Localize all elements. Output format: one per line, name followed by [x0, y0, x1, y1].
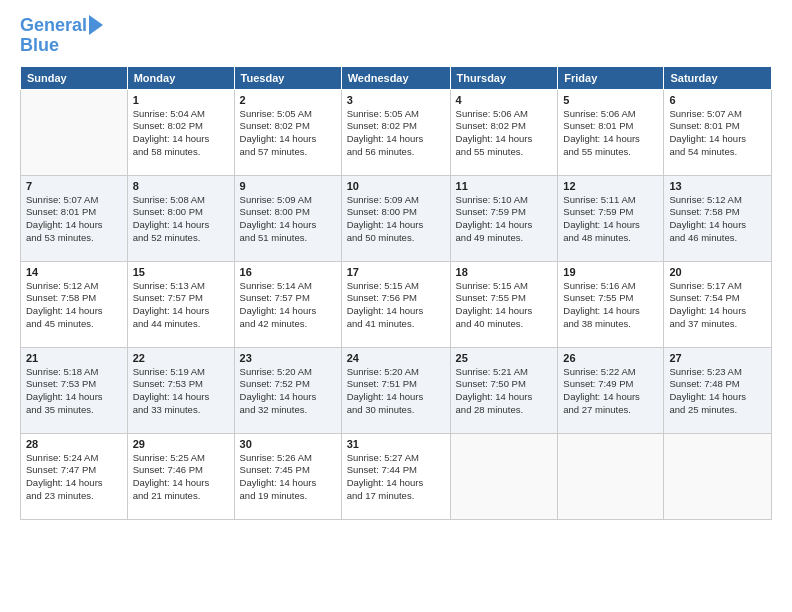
calendar-cell: 20Sunrise: 5:17 AM Sunset: 7:54 PM Dayli… — [664, 261, 772, 347]
day-number: 16 — [240, 266, 336, 278]
calendar-cell: 5Sunrise: 5:06 AM Sunset: 8:01 PM Daylig… — [558, 89, 664, 175]
calendar-week-row: 7Sunrise: 5:07 AM Sunset: 8:01 PM Daylig… — [21, 175, 772, 261]
calendar-cell: 24Sunrise: 5:20 AM Sunset: 7:51 PM Dayli… — [341, 347, 450, 433]
calendar-cell: 16Sunrise: 5:14 AM Sunset: 7:57 PM Dayli… — [234, 261, 341, 347]
day-info: Sunrise: 5:15 AM Sunset: 7:56 PM Dayligh… — [347, 280, 445, 331]
day-number: 11 — [456, 180, 553, 192]
calendar-header-sunday: Sunday — [21, 66, 128, 89]
calendar-cell: 18Sunrise: 5:15 AM Sunset: 7:55 PM Dayli… — [450, 261, 558, 347]
day-number: 21 — [26, 352, 122, 364]
calendar-cell: 17Sunrise: 5:15 AM Sunset: 7:56 PM Dayli… — [341, 261, 450, 347]
calendar: SundayMondayTuesdayWednesdayThursdayFrid… — [20, 66, 772, 520]
logo-arrow-icon — [89, 15, 103, 35]
calendar-cell: 14Sunrise: 5:12 AM Sunset: 7:58 PM Dayli… — [21, 261, 128, 347]
calendar-cell: 15Sunrise: 5:13 AM Sunset: 7:57 PM Dayli… — [127, 261, 234, 347]
day-info: Sunrise: 5:20 AM Sunset: 7:52 PM Dayligh… — [240, 366, 336, 417]
calendar-cell: 29Sunrise: 5:25 AM Sunset: 7:46 PM Dayli… — [127, 433, 234, 519]
day-info: Sunrise: 5:17 AM Sunset: 7:54 PM Dayligh… — [669, 280, 766, 331]
day-number: 9 — [240, 180, 336, 192]
calendar-cell — [664, 433, 772, 519]
calendar-header-tuesday: Tuesday — [234, 66, 341, 89]
calendar-cell: 8Sunrise: 5:08 AM Sunset: 8:00 PM Daylig… — [127, 175, 234, 261]
day-number: 19 — [563, 266, 658, 278]
calendar-cell: 1Sunrise: 5:04 AM Sunset: 8:02 PM Daylig… — [127, 89, 234, 175]
day-number: 30 — [240, 438, 336, 450]
day-number: 15 — [133, 266, 229, 278]
calendar-header-wednesday: Wednesday — [341, 66, 450, 89]
day-number: 7 — [26, 180, 122, 192]
calendar-week-row: 28Sunrise: 5:24 AM Sunset: 7:47 PM Dayli… — [21, 433, 772, 519]
day-number: 12 — [563, 180, 658, 192]
calendar-cell: 10Sunrise: 5:09 AM Sunset: 8:00 PM Dayli… — [341, 175, 450, 261]
day-number: 26 — [563, 352, 658, 364]
calendar-cell: 30Sunrise: 5:26 AM Sunset: 7:45 PM Dayli… — [234, 433, 341, 519]
day-info: Sunrise: 5:16 AM Sunset: 7:55 PM Dayligh… — [563, 280, 658, 331]
day-info: Sunrise: 5:07 AM Sunset: 8:01 PM Dayligh… — [26, 194, 122, 245]
calendar-cell — [21, 89, 128, 175]
calendar-cell: 22Sunrise: 5:19 AM Sunset: 7:53 PM Dayli… — [127, 347, 234, 433]
calendar-header-row: SundayMondayTuesdayWednesdayThursdayFrid… — [21, 66, 772, 89]
day-info: Sunrise: 5:08 AM Sunset: 8:00 PM Dayligh… — [133, 194, 229, 245]
day-number: 8 — [133, 180, 229, 192]
day-number: 29 — [133, 438, 229, 450]
day-info: Sunrise: 5:14 AM Sunset: 7:57 PM Dayligh… — [240, 280, 336, 331]
day-info: Sunrise: 5:06 AM Sunset: 8:02 PM Dayligh… — [456, 108, 553, 159]
day-info: Sunrise: 5:05 AM Sunset: 8:02 PM Dayligh… — [240, 108, 336, 159]
day-number: 27 — [669, 352, 766, 364]
calendar-cell: 31Sunrise: 5:27 AM Sunset: 7:44 PM Dayli… — [341, 433, 450, 519]
day-number: 25 — [456, 352, 553, 364]
day-number: 18 — [456, 266, 553, 278]
day-info: Sunrise: 5:12 AM Sunset: 7:58 PM Dayligh… — [669, 194, 766, 245]
calendar-cell: 28Sunrise: 5:24 AM Sunset: 7:47 PM Dayli… — [21, 433, 128, 519]
day-number: 28 — [26, 438, 122, 450]
calendar-week-row: 14Sunrise: 5:12 AM Sunset: 7:58 PM Dayli… — [21, 261, 772, 347]
calendar-week-row: 1Sunrise: 5:04 AM Sunset: 8:02 PM Daylig… — [21, 89, 772, 175]
calendar-cell: 26Sunrise: 5:22 AM Sunset: 7:49 PM Dayli… — [558, 347, 664, 433]
calendar-cell: 27Sunrise: 5:23 AM Sunset: 7:48 PM Dayli… — [664, 347, 772, 433]
day-info: Sunrise: 5:05 AM Sunset: 8:02 PM Dayligh… — [347, 108, 445, 159]
calendar-cell: 19Sunrise: 5:16 AM Sunset: 7:55 PM Dayli… — [558, 261, 664, 347]
day-number: 24 — [347, 352, 445, 364]
day-info: Sunrise: 5:07 AM Sunset: 8:01 PM Dayligh… — [669, 108, 766, 159]
day-info: Sunrise: 5:18 AM Sunset: 7:53 PM Dayligh… — [26, 366, 122, 417]
day-number: 4 — [456, 94, 553, 106]
calendar-cell: 11Sunrise: 5:10 AM Sunset: 7:59 PM Dayli… — [450, 175, 558, 261]
day-number: 13 — [669, 180, 766, 192]
calendar-week-row: 21Sunrise: 5:18 AM Sunset: 7:53 PM Dayli… — [21, 347, 772, 433]
calendar-cell: 7Sunrise: 5:07 AM Sunset: 8:01 PM Daylig… — [21, 175, 128, 261]
day-info: Sunrise: 5:23 AM Sunset: 7:48 PM Dayligh… — [669, 366, 766, 417]
day-number: 10 — [347, 180, 445, 192]
day-number: 5 — [563, 94, 658, 106]
day-info: Sunrise: 5:04 AM Sunset: 8:02 PM Dayligh… — [133, 108, 229, 159]
logo-text-line2: Blue — [20, 36, 59, 56]
calendar-cell: 4Sunrise: 5:06 AM Sunset: 8:02 PM Daylig… — [450, 89, 558, 175]
day-number: 23 — [240, 352, 336, 364]
day-info: Sunrise: 5:22 AM Sunset: 7:49 PM Dayligh… — [563, 366, 658, 417]
day-number: 6 — [669, 94, 766, 106]
calendar-header-saturday: Saturday — [664, 66, 772, 89]
day-info: Sunrise: 5:10 AM Sunset: 7:59 PM Dayligh… — [456, 194, 553, 245]
calendar-cell: 9Sunrise: 5:09 AM Sunset: 8:00 PM Daylig… — [234, 175, 341, 261]
calendar-cell: 13Sunrise: 5:12 AM Sunset: 7:58 PM Dayli… — [664, 175, 772, 261]
day-info: Sunrise: 5:09 AM Sunset: 8:00 PM Dayligh… — [347, 194, 445, 245]
day-number: 1 — [133, 94, 229, 106]
header: General Blue — [20, 16, 772, 56]
logo-text-line1: General — [20, 16, 87, 36]
day-info: Sunrise: 5:21 AM Sunset: 7:50 PM Dayligh… — [456, 366, 553, 417]
day-info: Sunrise: 5:19 AM Sunset: 7:53 PM Dayligh… — [133, 366, 229, 417]
day-number: 3 — [347, 94, 445, 106]
calendar-cell: 21Sunrise: 5:18 AM Sunset: 7:53 PM Dayli… — [21, 347, 128, 433]
day-info: Sunrise: 5:25 AM Sunset: 7:46 PM Dayligh… — [133, 452, 229, 503]
calendar-cell: 23Sunrise: 5:20 AM Sunset: 7:52 PM Dayli… — [234, 347, 341, 433]
calendar-cell: 6Sunrise: 5:07 AM Sunset: 8:01 PM Daylig… — [664, 89, 772, 175]
calendar-cell — [450, 433, 558, 519]
day-info: Sunrise: 5:26 AM Sunset: 7:45 PM Dayligh… — [240, 452, 336, 503]
calendar-header-thursday: Thursday — [450, 66, 558, 89]
day-info: Sunrise: 5:13 AM Sunset: 7:57 PM Dayligh… — [133, 280, 229, 331]
logo: General Blue — [20, 16, 103, 56]
day-number: 14 — [26, 266, 122, 278]
day-info: Sunrise: 5:09 AM Sunset: 8:00 PM Dayligh… — [240, 194, 336, 245]
day-info: Sunrise: 5:27 AM Sunset: 7:44 PM Dayligh… — [347, 452, 445, 503]
day-number: 22 — [133, 352, 229, 364]
day-number: 17 — [347, 266, 445, 278]
